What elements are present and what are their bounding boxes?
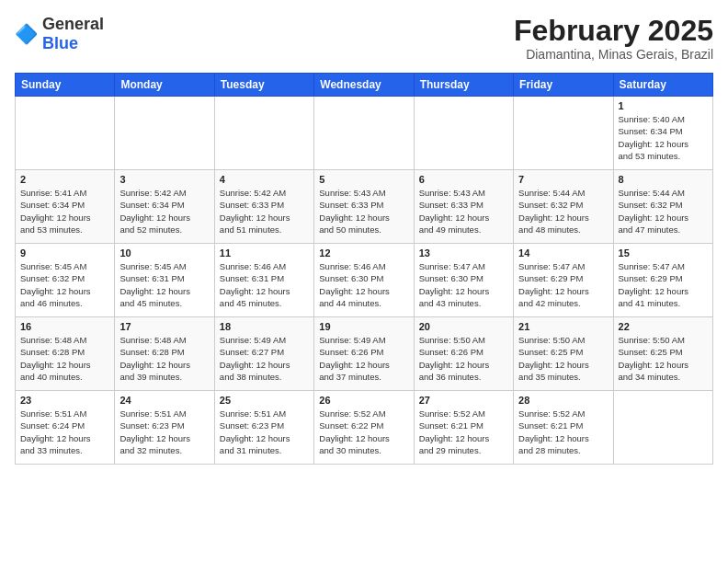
day-info: Sunrise: 5:49 AM Sunset: 6:26 PM Dayligh… (319, 334, 408, 383)
day-number: 22 (619, 321, 708, 332)
month-year-title: February 2025 (514, 15, 713, 47)
day-info: Sunrise: 5:50 AM Sunset: 6:26 PM Dayligh… (419, 334, 508, 383)
calendar-cell: 8Sunrise: 5:44 AM Sunset: 6:32 PM Daylig… (613, 170, 712, 244)
day-info: Sunrise: 5:48 AM Sunset: 6:28 PM Dayligh… (20, 334, 109, 383)
weekday-header-monday: Monday (115, 74, 214, 97)
day-number: 28 (518, 395, 608, 406)
day-info: Sunrise: 5:46 AM Sunset: 6:31 PM Dayligh… (220, 260, 309, 309)
day-number: 19 (319, 321, 408, 332)
calendar-cell: 1Sunrise: 5:40 AM Sunset: 6:34 PM Daylig… (613, 97, 712, 170)
day-info: Sunrise: 5:52 AM Sunset: 6:21 PM Dayligh… (419, 408, 508, 456)
day-info: Sunrise: 5:44 AM Sunset: 6:32 PM Dayligh… (619, 187, 708, 236)
day-number: 5 (319, 174, 408, 185)
weekday-header-saturday: Saturday (613, 74, 712, 97)
calendar-cell: 9Sunrise: 5:45 AM Sunset: 6:32 PM Daylig… (16, 244, 115, 317)
logo-general-text: General (42, 15, 104, 33)
day-number: 12 (319, 247, 408, 259)
day-number: 15 (619, 247, 708, 259)
calendar-week-row-1: 1Sunrise: 5:40 AM Sunset: 6:34 PM Daylig… (16, 97, 713, 170)
day-number: 25 (220, 395, 309, 406)
day-number: 17 (119, 321, 209, 332)
calendar-cell: 20Sunrise: 5:50 AM Sunset: 6:26 PM Dayli… (414, 317, 513, 391)
day-info: Sunrise: 5:45 AM Sunset: 6:32 PM Dayligh… (20, 260, 109, 309)
day-info: Sunrise: 5:46 AM Sunset: 6:30 PM Dayligh… (319, 260, 408, 309)
day-number: 26 (319, 395, 408, 406)
day-info: Sunrise: 5:51 AM Sunset: 6:23 PM Dayligh… (220, 408, 309, 456)
calendar-cell: 16Sunrise: 5:48 AM Sunset: 6:28 PM Dayli… (16, 317, 115, 391)
day-info: Sunrise: 5:51 AM Sunset: 6:23 PM Dayligh… (119, 408, 209, 456)
calendar-week-row-2: 2Sunrise: 5:41 AM Sunset: 6:34 PM Daylig… (16, 170, 713, 244)
day-info: Sunrise: 5:42 AM Sunset: 6:33 PM Dayligh… (220, 187, 309, 236)
calendar-cell (414, 97, 513, 170)
day-number: 20 (419, 321, 508, 332)
title-section: February 2025 Diamantina, Minas Gerais, … (514, 15, 713, 62)
calendar-cell: 5Sunrise: 5:43 AM Sunset: 6:33 PM Daylig… (314, 170, 414, 244)
day-number: 21 (518, 321, 608, 332)
day-number: 7 (518, 174, 608, 185)
day-info: Sunrise: 5:47 AM Sunset: 6:30 PM Dayligh… (419, 260, 508, 309)
day-number: 27 (419, 395, 508, 406)
day-info: Sunrise: 5:45 AM Sunset: 6:31 PM Dayligh… (119, 260, 209, 309)
calendar-cell: 7Sunrise: 5:44 AM Sunset: 6:32 PM Daylig… (514, 170, 613, 244)
weekday-header-row: SundayMondayTuesdayWednesdayThursdayFrid… (16, 74, 713, 97)
calendar-cell: 11Sunrise: 5:46 AM Sunset: 6:31 PM Dayli… (214, 244, 313, 317)
weekday-header-sunday: Sunday (16, 74, 115, 97)
calendar-cell: 19Sunrise: 5:49 AM Sunset: 6:26 PM Dayli… (314, 317, 414, 391)
day-number: 8 (619, 174, 708, 185)
day-info: Sunrise: 5:43 AM Sunset: 6:33 PM Dayligh… (319, 187, 408, 236)
calendar-cell (16, 97, 115, 170)
day-info: Sunrise: 5:51 AM Sunset: 6:24 PM Dayligh… (20, 408, 109, 456)
day-number: 24 (119, 395, 209, 406)
day-number: 14 (518, 247, 608, 259)
day-info: Sunrise: 5:50 AM Sunset: 6:25 PM Dayligh… (619, 334, 708, 383)
calendar-cell: 21Sunrise: 5:50 AM Sunset: 6:25 PM Dayli… (514, 317, 613, 391)
calendar-cell: 4Sunrise: 5:42 AM Sunset: 6:33 PM Daylig… (214, 170, 313, 244)
day-info: Sunrise: 5:49 AM Sunset: 6:27 PM Dayligh… (220, 334, 309, 383)
day-info: Sunrise: 5:52 AM Sunset: 6:22 PM Dayligh… (319, 408, 408, 456)
logo-icon: 🔷 (15, 21, 40, 47)
logo-blue-text: Blue (42, 34, 78, 52)
day-info: Sunrise: 5:47 AM Sunset: 6:29 PM Dayligh… (518, 260, 608, 309)
calendar-cell: 18Sunrise: 5:49 AM Sunset: 6:27 PM Dayli… (214, 317, 313, 391)
day-number: 11 (220, 247, 309, 259)
calendar-cell: 22Sunrise: 5:50 AM Sunset: 6:25 PM Dayli… (613, 317, 712, 391)
calendar-cell (115, 97, 214, 170)
calendar-week-row-4: 16Sunrise: 5:48 AM Sunset: 6:28 PM Dayli… (16, 317, 713, 391)
weekday-header-tuesday: Tuesday (214, 74, 313, 97)
page-header: 🔷 General Blue February 2025 Diamantina,… (15, 15, 713, 62)
calendar-table: SundayMondayTuesdayWednesdayThursdayFrid… (15, 73, 713, 465)
weekday-header-thursday: Thursday (414, 74, 513, 97)
location-subtitle: Diamantina, Minas Gerais, Brazil (514, 47, 713, 62)
calendar-cell: 12Sunrise: 5:46 AM Sunset: 6:30 PM Dayli… (314, 244, 414, 317)
day-number: 2 (20, 174, 109, 185)
weekday-header-wednesday: Wednesday (314, 74, 414, 97)
day-info: Sunrise: 5:41 AM Sunset: 6:34 PM Dayligh… (20, 187, 109, 236)
calendar-week-row-5: 23Sunrise: 5:51 AM Sunset: 6:24 PM Dayli… (16, 391, 713, 465)
svg-text:🔷: 🔷 (15, 22, 39, 46)
calendar-cell: 24Sunrise: 5:51 AM Sunset: 6:23 PM Dayli… (115, 391, 214, 465)
calendar-cell (613, 391, 712, 465)
calendar-cell (514, 97, 613, 170)
day-info: Sunrise: 5:40 AM Sunset: 6:34 PM Dayligh… (619, 113, 708, 162)
day-number: 23 (20, 395, 109, 406)
day-number: 16 (20, 321, 109, 332)
day-number: 1 (619, 100, 708, 111)
day-info: Sunrise: 5:48 AM Sunset: 6:28 PM Dayligh… (119, 334, 209, 383)
calendar-cell: 23Sunrise: 5:51 AM Sunset: 6:24 PM Dayli… (16, 391, 115, 465)
calendar-cell: 14Sunrise: 5:47 AM Sunset: 6:29 PM Dayli… (514, 244, 613, 317)
calendar-week-row-3: 9Sunrise: 5:45 AM Sunset: 6:32 PM Daylig… (16, 244, 713, 317)
calendar-cell: 28Sunrise: 5:52 AM Sunset: 6:21 PM Dayli… (514, 391, 613, 465)
day-number: 13 (419, 247, 508, 259)
day-info: Sunrise: 5:42 AM Sunset: 6:34 PM Dayligh… (119, 187, 209, 236)
calendar-cell: 3Sunrise: 5:42 AM Sunset: 6:34 PM Daylig… (115, 170, 214, 244)
calendar-cell: 2Sunrise: 5:41 AM Sunset: 6:34 PM Daylig… (16, 170, 115, 244)
calendar-cell: 10Sunrise: 5:45 AM Sunset: 6:31 PM Dayli… (115, 244, 214, 317)
day-number: 4 (220, 174, 309, 185)
logo: 🔷 General Blue (15, 15, 104, 53)
calendar-cell: 15Sunrise: 5:47 AM Sunset: 6:29 PM Dayli… (613, 244, 712, 317)
weekday-header-friday: Friday (514, 74, 613, 97)
day-number: 6 (419, 174, 508, 185)
calendar-cell (314, 97, 414, 170)
calendar-cell (214, 97, 313, 170)
calendar-cell: 13Sunrise: 5:47 AM Sunset: 6:30 PM Dayli… (414, 244, 513, 317)
